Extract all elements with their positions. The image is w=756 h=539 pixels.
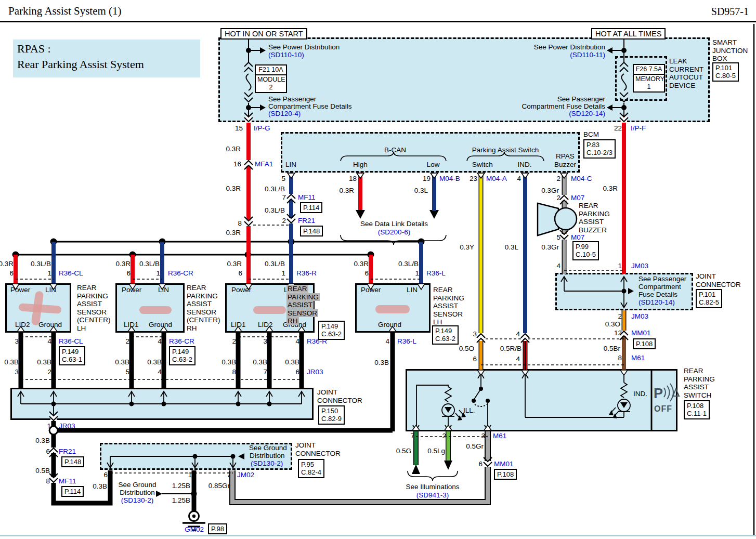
- jm03-jc-ref: P.101 C.82-5: [696, 289, 722, 308]
- connector-label: R36-L: [426, 270, 446, 278]
- jm03-internals: [561, 277, 627, 308]
- pin-label: 23: [470, 175, 477, 183]
- gauge-label: 0.3L/B: [398, 260, 419, 268]
- pin-label: 2: [125, 338, 129, 346]
- sensor-name: REARPARKINGASSIST SENSORLH: [433, 286, 464, 326]
- connector-label-mm01b: MM01: [494, 461, 514, 468]
- annotation-dash-4: [375, 305, 410, 313]
- terminal-label: LIN: [158, 286, 169, 294]
- pin-label: 1: [281, 270, 285, 278]
- mm01-ref2: P.108: [494, 469, 517, 480]
- pin-label: 3: [473, 331, 477, 338]
- gauge-label: 0.3L: [414, 187, 428, 195]
- pin-label: 4: [516, 331, 520, 338]
- connector-label-r36r: R36-R: [296, 270, 317, 278]
- terminal-label: Power: [122, 286, 141, 294]
- pin-label: 22: [614, 125, 622, 133]
- pin-label: 8: [238, 220, 242, 228]
- connector-label-fr21: FR21: [59, 448, 76, 456]
- connector-label-gm02: GM02: [185, 526, 204, 534]
- pin-label: 16: [233, 161, 241, 168]
- see-illuminations-ref[interactable]: (SD941-3): [416, 492, 449, 499]
- connector-label: R36-CL: [59, 338, 83, 346]
- pin-label: 2: [442, 432, 446, 440]
- bcm-ind-label: IND.: [518, 161, 532, 169]
- fr21-ref: P.148: [300, 226, 323, 236]
- pin-label: 12: [614, 330, 622, 337]
- see-fuse-right-ref[interactable]: (SD120-14): [569, 110, 605, 118]
- terminal-label: Power: [361, 286, 381, 294]
- gauge-label: 0.5B: [35, 467, 50, 475]
- terminal-label: LID1: [231, 321, 246, 329]
- pin-label: 8: [232, 369, 236, 376]
- connector-label-m04b: M04-B: [439, 175, 460, 183]
- inline-connector-chevrons: [49, 113, 628, 483]
- pin-label: 6: [103, 471, 108, 479]
- see-power-dist-left-ref[interactable]: (SD110-10): [268, 51, 304, 59]
- see-ground-ref[interactable]: (SD130-2): [121, 497, 153, 505]
- legend-line2: Rear Parking Assist System: [17, 58, 144, 71]
- jm02-internals: [107, 456, 236, 468]
- gauge-label: 0.3R: [226, 146, 241, 153]
- pin-label: 6: [9, 270, 14, 278]
- jm03-jc-name: JOINTCONNECTOR: [696, 272, 741, 288]
- pin-label: 4: [158, 338, 162, 346]
- legend-line1: RPAS :: [17, 43, 51, 55]
- pin-label: 6: [478, 461, 483, 468]
- jm03-see-ref[interactable]: (SD120-14): [638, 299, 675, 307]
- terminal-label: LIN: [45, 286, 56, 294]
- gauge-label: 0.5R/B: [500, 345, 522, 353]
- connector-label: R36-CL: [59, 270, 83, 278]
- terminal-label: Power: [10, 286, 30, 294]
- gauge-label: 0.3L/B: [265, 260, 285, 268]
- pin-label: 19: [423, 175, 431, 183]
- pin-label: 3: [263, 338, 267, 346]
- connector-label-mf11: MF11: [59, 478, 76, 485]
- gm02-ref: P.98: [208, 523, 227, 534]
- gauge-label: 0.3B: [285, 359, 299, 366]
- connector-label-fr21: FR21: [298, 217, 315, 225]
- jm02-name: JOINTCONNECTOR: [295, 441, 341, 457]
- gauge-label: 0.5Br: [604, 345, 620, 353]
- pin-label: 18: [349, 175, 357, 183]
- pin-label: 1: [618, 262, 622, 270]
- title-rule: [0, 21, 756, 22]
- gauge-label: 0.3B: [93, 483, 107, 491]
- pin-label: 7: [410, 432, 414, 440]
- pin-label: 2: [282, 217, 286, 225]
- pin-label: 3: [481, 432, 485, 440]
- gauge-label: 0.3L/B: [31, 260, 51, 268]
- annotation-dash-3: [253, 306, 286, 314]
- jm03-junction: [622, 289, 627, 294]
- connector-dash-lines: [16, 225, 624, 473]
- pin-label: 6: [126, 270, 131, 278]
- see-datalink-ref[interactable]: (SD200-6): [378, 229, 410, 236]
- gauge-label: 0.3L: [505, 244, 518, 252]
- gauge-label: 0.5O: [459, 345, 474, 353]
- sensor-ref: P.149 C.63-1: [59, 346, 85, 365]
- m07-ref: P.99 C.10-5: [572, 241, 599, 260]
- sensor-name: REARPARKINGASSIST SENSOR(CENTER)RH: [187, 284, 220, 332]
- gauge-label: 0.3R: [227, 260, 242, 268]
- svg-text:OFF: OFF: [654, 404, 672, 413]
- bcm-rpas-label2: Buzzer: [554, 161, 576, 169]
- see-fuse-left-ref[interactable]: (SD120-4): [268, 110, 301, 118]
- see-power-dist-right-ref[interactable]: (SD110-11): [570, 51, 605, 59]
- pin-label: 4: [516, 356, 520, 363]
- terminal-label: LIN: [407, 286, 418, 294]
- see-ground-2: Distribution: [120, 489, 155, 497]
- hot-at-all-times-label: HOT AT ALL TIMES: [591, 28, 666, 40]
- jm02-junction1: [193, 454, 198, 459]
- hot-in-on-or-start-label: HOT IN ON OR START: [220, 28, 307, 40]
- pin-label: 2: [556, 194, 561, 202]
- gauge-label: 0.3B: [147, 359, 162, 366]
- pin-label: 4: [517, 175, 521, 183]
- mm01-ref: P.108: [633, 338, 656, 349]
- see-ground-1: See Ground: [119, 481, 157, 489]
- gauge-label: 0.3R: [603, 185, 618, 193]
- fuse-f21: F21 10A MODULE2: [255, 64, 287, 93]
- jm02-see-ref[interactable]: (SD130-2): [251, 460, 283, 468]
- gauge-label: 0.3R: [115, 260, 131, 268]
- switch-contacts-leds: [445, 387, 628, 420]
- gauge-label: 0.3B: [35, 437, 50, 445]
